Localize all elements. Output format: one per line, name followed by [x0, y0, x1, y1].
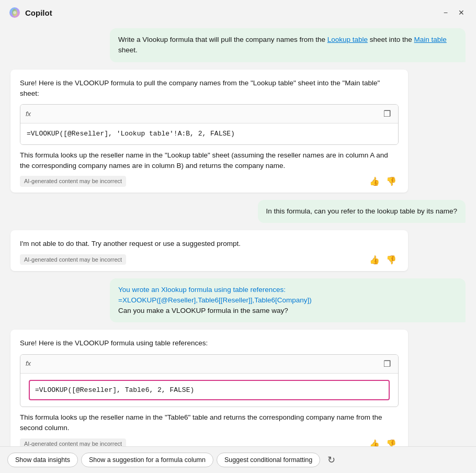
show-formula-suggestion-button[interactable]: Show a suggestion for a formula column [81, 453, 213, 467]
ai-message-3-text-before: Sure! Here is the VLOOKUP formula using … [20, 338, 399, 348]
thumbs-down-button-3[interactable]: 👎 [384, 438, 399, 447]
refresh-button[interactable]: ↻ [324, 452, 338, 468]
thumbs-up-button-2[interactable]: 👍 [367, 254, 382, 266]
formula-body-wrapper-2: =VLOOKUP([@Reseller], Table6, 2, FALSE) [20, 374, 398, 407]
titlebar-left: Copilot [8, 6, 52, 19]
close-button[interactable]: ✕ [455, 7, 468, 18]
titlebar: Copilot − ✕ [0, 0, 476, 23]
user-message-2: In this formula, can you refer to the lo… [258, 200, 466, 223]
formula-header-2: fx ❐ [20, 355, 398, 374]
titlebar-controls: − ✕ [440, 7, 468, 18]
ai-disclaimer-2: AI-generated content may be incorrect [20, 254, 126, 265]
svg-point-2 [13, 11, 16, 14]
user-message-1: Write a Vlookup formula that will pull t… [110, 28, 466, 62]
ai-message-1-text-after: This formula looks up the reseller name … [20, 150, 399, 172]
user-message-3-text2: Can you make a VLOOKUP formula in the sa… [118, 307, 288, 314]
app-title: Copilot [25, 8, 52, 17]
copy-formula-button-1[interactable]: ❐ [381, 108, 393, 120]
ai-disclaimer-3: AI-generated content may be incorrect [20, 438, 126, 446]
ai-message-3: Sure! Here is the VLOOKUP formula using … [10, 330, 408, 446]
formula-code-2: =VLOOKUP([@Reseller], Table6, 2, FALSE) [29, 380, 390, 401]
user-message-3-text: You wrote an Xlookup formula using table… [118, 286, 312, 304]
ai-message-2: I'm not able to do that. Try another req… [10, 230, 408, 271]
minimize-button[interactable]: − [440, 7, 451, 18]
thumbs-down-button-2[interactable]: 👎 [384, 254, 399, 266]
ai-message-3-footer: AI-generated content may be incorrect 👍 … [20, 438, 399, 447]
copilot-logo-icon [8, 6, 21, 19]
ai-message-3-text-after: This formula looks up the reseller name … [20, 412, 399, 434]
bottom-bar: Show data insights Show a suggestion for… [0, 446, 476, 473]
thumbs-up-button-3[interactable]: 👍 [367, 438, 382, 447]
formula-code-1: =VLOOKUP([@Reseller], 'Lookup table'!A:B… [20, 123, 398, 144]
suggest-conditional-formatting-button[interactable]: Suggest conditional formatting [217, 453, 320, 467]
ai-message-1-text-before: Sure! Here is the VLOOKUP formula to pul… [20, 78, 399, 99]
ai-actions-1: 👍 👎 [367, 175, 399, 187]
thumbs-down-button-1[interactable]: 👎 [384, 175, 399, 187]
copy-formula-button-2[interactable]: ❐ [381, 358, 393, 370]
ai-actions-3: 👍 👎 [367, 438, 399, 447]
formula-box-2: fx ❐ =VLOOKUP([@Reseller], Table6, 2, FA… [20, 354, 399, 408]
show-data-insights-button[interactable]: Show data insights [7, 453, 78, 467]
formula-header-1: fx ❐ [20, 105, 398, 123]
ai-disclaimer-1: AI-generated content may be incorrect [20, 176, 126, 187]
chat-area: Write a Vlookup formula that will pull t… [0, 23, 476, 446]
ai-message-1: Sure! Here is the VLOOKUP formula to pul… [10, 70, 408, 193]
thumbs-up-button-1[interactable]: 👍 [367, 175, 382, 187]
ai-message-2-footer: AI-generated content may be incorrect 👍 … [20, 254, 399, 266]
ai-message-1-footer: AI-generated content may be incorrect 👍 … [20, 175, 399, 187]
ai-actions-2: 👍 👎 [367, 254, 399, 266]
ai-message-2-text: I'm not able to do that. Try another req… [20, 239, 399, 249]
fx-label-1: fx [26, 109, 31, 119]
fx-label-2: fx [26, 358, 31, 369]
formula-box-1: fx ❐ =VLOOKUP([@Reseller], 'Lookup table… [20, 104, 399, 145]
user-message-1-text: Write a Vlookup formula that will pull t… [118, 36, 447, 54]
user-message-2-text: In this formula, can you refer to the lo… [266, 207, 457, 215]
user-message-3: You wrote an Xlookup formula using table… [110, 278, 466, 323]
